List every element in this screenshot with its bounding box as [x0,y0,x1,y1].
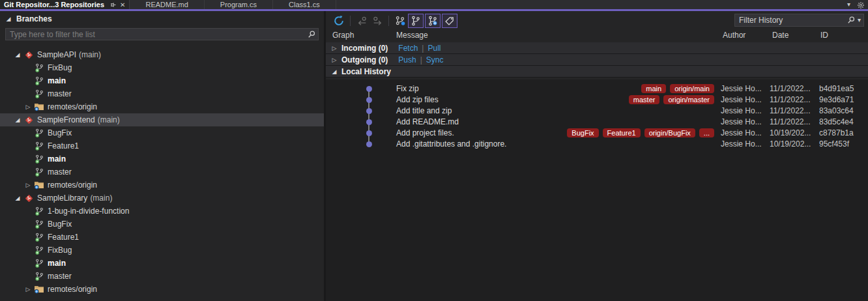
tree-row-branch[interactable]: 1-bug-in-divide-function [0,205,324,218]
fetch-link[interactable]: Fetch [398,44,418,53]
collapse-icon[interactable]: ◢ [14,195,21,201]
tab-class1[interactable]: Class1.cs [273,0,336,9]
commit-ref-badges [482,117,714,128]
tree-row-branch[interactable]: BugFix [0,218,324,231]
column-date[interactable]: Date [772,31,788,40]
branch-ref-badge[interactable]: master [629,95,660,104]
commit-row[interactable]: Fix zipmainorigin/mainJessie Ho...11/1/2… [326,83,868,94]
commit-id: 95cf453f [819,139,849,149]
column-id[interactable]: ID [820,31,828,40]
current-branch-suffix: (main) [90,194,112,203]
history-filter-input[interactable] [735,16,845,25]
tree-row-branch[interactable]: main [0,152,324,165]
tree-row-branch[interactable]: main [0,257,324,270]
tree-item-label: master [48,272,72,281]
tree-row-branch[interactable]: FixBug [0,244,324,257]
branch-ref-badge[interactable]: origin/BugFix [644,128,695,137]
refresh-icon[interactable] [331,13,347,29]
tree-row-branch[interactable]: Feature1 [0,139,324,152]
local-history-row[interactable]: ◢ Local History [326,66,868,78]
chevron-right-icon[interactable]: ▷ [25,286,31,293]
commit-dot-icon[interactable] [366,86,372,92]
commit-ref-badges: mainorigin/main [482,83,714,94]
chevron-down-icon[interactable]: ▾ [847,0,850,9]
branch-ref-badge[interactable]: origin/master [663,95,714,104]
commit-row[interactable]: Add README.mdJessie Ho...11/1/2022...83d… [326,117,868,128]
sync-link[interactable]: Sync [426,55,444,64]
incoming-row[interactable]: ▷ Incoming (0) Fetch | Pull [326,42,868,54]
tree-row-branch[interactable]: Feature1 [0,231,324,244]
column-author[interactable]: Author [723,31,745,40]
commit-message: Add title and zip [396,106,452,115]
commit-ref-badges [482,139,714,150]
commit-date: 10/19/202... [770,128,811,137]
tab-strip: Git Repositor...3 Repositories ✕ README.… [0,0,868,9]
tree-row-remotes[interactable]: ▷remotes/origin [0,179,324,192]
commit-ref-badges: masterorigin/master [482,94,714,106]
commit-dot-icon[interactable] [366,97,372,103]
tree-row-remotes[interactable]: ▷remotes/origin [0,100,324,113]
push-link[interactable]: Push [398,55,416,64]
commit-message: Fix zip [396,84,419,93]
tree-row-repo[interactable]: ◢SampleAPI(main) [0,48,324,61]
branch-ref-badge[interactable]: main [641,84,666,93]
tree-item-label: BugFix [48,128,72,137]
commit-dot-icon[interactable] [366,130,372,136]
show-local-branches-toggle[interactable] [408,14,424,28]
collapse-icon[interactable]: ◢ [331,68,338,75]
branch-ref-badge[interactable]: BugFix [567,128,598,137]
tab-readme[interactable]: README.md [130,0,204,9]
tree-row-branch[interactable]: master [0,270,324,283]
commit-row[interactable]: Add zip filesmasterorigin/masterJessie H… [326,94,868,106]
tree-row-branch[interactable]: master [0,87,324,100]
collapse-icon[interactable]: ◢ [14,51,21,58]
search-icon[interactable] [305,30,318,39]
branch-filter-input[interactable] [6,30,305,39]
chevron-right-icon[interactable]: ▷ [331,57,338,63]
collapse-icon[interactable]: ◢ [5,16,12,22]
commit-id: 83a03c64 [819,106,854,115]
commit-row[interactable]: Add title and zipJessie Ho...11/1/2022..… [326,106,868,117]
tree-row-remotes[interactable]: ▷remotes/origin [0,283,324,296]
chevron-right-icon[interactable]: ▷ [331,45,338,51]
chevron-right-icon[interactable]: ▷ [25,104,31,110]
chevron-right-icon[interactable]: ▷ [25,182,31,188]
tree-row-branch[interactable]: main [0,74,324,87]
commit-dot-icon[interactable] [366,119,372,125]
go-to-child-icon[interactable] [369,13,385,29]
tab-program[interactable]: Program.cs [205,0,273,9]
branches-header[interactable]: ◢ Branches [5,14,52,24]
chevron-down-icon[interactable]: ▾ [858,16,861,25]
tree-row-branch[interactable]: BugFix [0,126,324,139]
branch-ref-badge[interactable]: origin/main [670,84,714,93]
commit-dot-icon[interactable] [366,141,372,147]
pin-icon[interactable] [109,1,117,8]
tree-row-branch[interactable]: FixBug [0,61,324,74]
search-icon[interactable] [845,16,858,25]
branch-ref-badge[interactable]: Feature1 [603,128,641,137]
compare-branch-icon[interactable] [392,13,408,29]
tree-item-label: FixBug [48,63,72,72]
branch-ref-badge[interactable]: ... [699,128,714,137]
gear-icon[interactable] [857,1,864,8]
tree-row-repo[interactable]: ◢SampleFrontend(main) [0,113,324,126]
commit-dot-icon[interactable] [366,108,372,114]
column-graph[interactable]: Graph [332,31,354,40]
collapse-icon[interactable]: ◢ [14,117,21,123]
commit-author: Jessie Ho... [721,84,762,93]
tree-row-repo[interactable]: ◢SampleLibrary(main) [0,192,324,205]
outgoing-row[interactable]: ▷ Outgoing (0) Push | Sync [326,54,868,66]
tree-item-label: master [48,89,72,98]
tab-git-repository[interactable]: Git Repositor...3 Repositories ✕ [0,0,130,9]
commit-row[interactable]: Add .gitattributes and .gitignore.Jessie… [326,139,868,150]
commit-row[interactable]: Add project files.BugFixFeature1origin/B… [326,128,868,139]
column-message[interactable]: Message [396,31,428,40]
show-remote-branches-toggle[interactable] [425,14,441,28]
tree-row-branch[interactable]: master [0,165,324,179]
pull-link[interactable]: Pull [427,44,441,53]
tree-item-label: remotes/origin [48,180,97,190]
go-to-parent-icon[interactable] [354,13,369,29]
remote-folder-icon [34,102,44,112]
show-tags-toggle[interactable] [442,14,457,28]
close-icon[interactable]: ✕ [120,1,125,8]
